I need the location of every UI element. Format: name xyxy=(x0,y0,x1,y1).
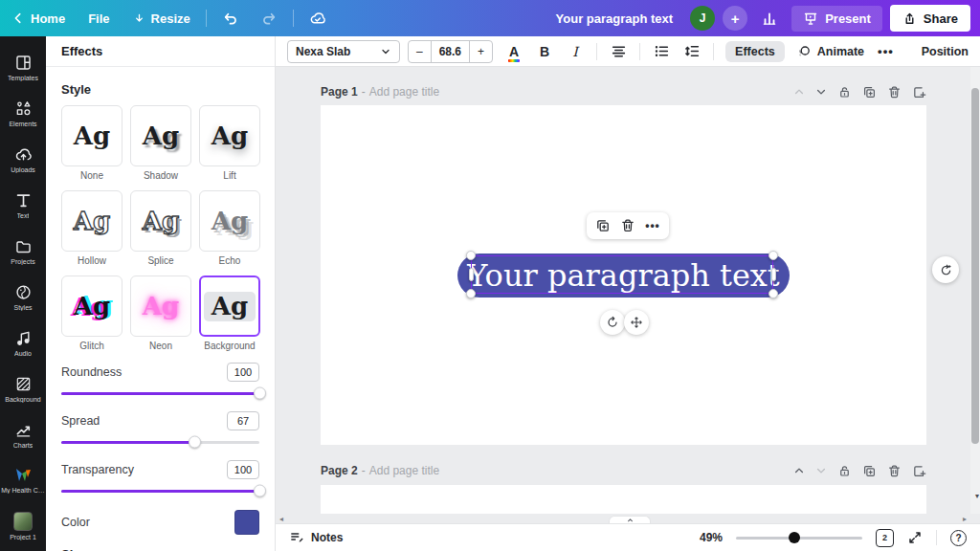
avatar[interactable]: J xyxy=(690,6,715,31)
page-1-name[interactable]: Page 1 xyxy=(321,85,358,99)
text-color-button[interactable]: A xyxy=(504,40,523,63)
style-neon[interactable]: Ag Neon xyxy=(130,276,191,351)
style-none[interactable]: Ag None xyxy=(61,105,122,181)
insights-button[interactable] xyxy=(755,0,784,36)
move-page-down-icon[interactable] xyxy=(815,465,827,476)
italic-button[interactable]: I xyxy=(566,40,585,63)
delete-page-icon[interactable] xyxy=(887,464,902,478)
sidebar-item-templates[interactable]: Templates xyxy=(0,45,46,89)
sidebar-item-elements[interactable]: Elements xyxy=(0,91,46,135)
delete-page-icon[interactable] xyxy=(887,85,902,99)
spacing-button[interactable] xyxy=(682,40,702,63)
sidebar-item-projects[interactable]: Projects xyxy=(0,229,46,273)
page-2-header: Page 2 - Add page title xyxy=(321,463,926,478)
help-button[interactable]: ? xyxy=(950,530,967,546)
element-more-button[interactable]: ••• xyxy=(642,215,663,236)
scroll-right-arrow[interactable]: ▸ xyxy=(963,515,967,523)
sidebar-item-project-1[interactable]: Project 1 xyxy=(0,504,46,548)
redo-button[interactable] xyxy=(250,0,289,36)
sidebar-item-background[interactable]: Background xyxy=(0,366,46,410)
page-1-canvas[interactable]: Your paragraph text ••• xyxy=(321,105,926,445)
move-page-up-icon[interactable] xyxy=(793,465,805,476)
scroll-down-arrow[interactable]: ▾ xyxy=(975,492,979,500)
color-swatch[interactable] xyxy=(234,510,259,535)
notes-button[interactable]: Notes xyxy=(289,530,343,545)
add-page-icon[interactable] xyxy=(912,85,926,99)
roundness-slider[interactable] xyxy=(61,386,259,400)
font-selector[interactable]: Nexa Slab xyxy=(287,40,400,63)
font-size-increase[interactable]: + xyxy=(470,41,492,62)
roundness-value[interactable]: 100 xyxy=(227,363,259,382)
list-button[interactable] xyxy=(652,40,671,63)
grid-view-button[interactable]: 2 xyxy=(876,529,894,547)
page-2-name[interactable]: Page 2 xyxy=(321,464,358,477)
back-button[interactable]: Home xyxy=(0,0,77,36)
resize-handle-west[interactable] xyxy=(469,268,474,281)
undo-button[interactable] xyxy=(211,0,250,36)
style-lift[interactable]: Ag Lift xyxy=(199,105,260,181)
position-button[interactable]: Position xyxy=(922,45,969,58)
font-size-decrease[interactable]: – xyxy=(409,41,431,62)
resize-handle-nw[interactable] xyxy=(466,251,476,260)
zoom-slider[interactable] xyxy=(736,532,862,543)
delete-element-button[interactable] xyxy=(617,215,638,236)
collapse-bottom-panel-tab[interactable] xyxy=(609,516,651,523)
page-2-title-placeholder[interactable]: Add page title xyxy=(369,464,439,477)
move-handle[interactable] xyxy=(624,310,649,335)
style-shadow[interactable]: Ag Shadow xyxy=(130,105,191,181)
zoom-slider-thumb[interactable] xyxy=(789,532,800,543)
duplicate-element-button[interactable] xyxy=(592,215,613,236)
document-title[interactable]: Your paragraph text xyxy=(556,11,674,26)
recommended-pages-button[interactable] xyxy=(932,256,959,283)
style-echo[interactable]: Ag Echo xyxy=(199,190,260,266)
add-member-button[interactable]: + xyxy=(723,6,747,31)
move-page-down-icon[interactable] xyxy=(815,86,827,98)
style-hollow[interactable]: Ag Hollow xyxy=(61,190,122,266)
transparency-value[interactable]: 100 xyxy=(227,460,259,479)
zoom-level[interactable]: 49% xyxy=(700,531,723,544)
more-options-button[interactable]: ••• xyxy=(878,44,894,58)
font-size-value[interactable]: 68.6 xyxy=(431,41,470,62)
transparency-slider[interactable] xyxy=(61,484,259,497)
vertical-scrollbar[interactable]: ▾ xyxy=(970,67,980,514)
style-background[interactable]: Ag Background xyxy=(199,276,260,351)
page-1-title-placeholder[interactable]: Add page title xyxy=(369,85,439,99)
share-button[interactable]: Share xyxy=(890,5,970,32)
lock-page-icon[interactable] xyxy=(837,85,852,99)
alignment-button[interactable] xyxy=(609,40,628,63)
file-menu[interactable]: File xyxy=(77,0,121,36)
sidebar-item-my-health-app[interactable]: My Health C… xyxy=(0,458,46,502)
sidebar-item-audio[interactable]: Audio xyxy=(0,320,46,364)
resize-handle-east[interactable] xyxy=(771,268,776,281)
duplicate-page-icon[interactable] xyxy=(862,464,877,478)
scroll-left-arrow[interactable]: ◂ xyxy=(279,515,283,523)
duplicate-page-icon[interactable] xyxy=(862,85,877,99)
resize-handle-ne[interactable] xyxy=(768,251,778,260)
slider-thumb[interactable] xyxy=(254,387,266,400)
resize-menu[interactable]: Resize xyxy=(122,0,202,36)
add-page-icon[interactable] xyxy=(912,464,926,478)
scrollbar-thumb[interactable] xyxy=(971,88,979,444)
resize-handle-se[interactable] xyxy=(768,289,778,298)
page-2-canvas[interactable] xyxy=(321,485,926,514)
move-page-up-icon[interactable] xyxy=(793,86,805,98)
slider-thumb[interactable] xyxy=(189,436,201,449)
sidebar-item-charts[interactable]: Charts xyxy=(0,412,46,456)
fullscreen-icon[interactable] xyxy=(907,530,923,545)
resize-handle-sw[interactable] xyxy=(466,289,476,298)
bold-button[interactable]: B xyxy=(535,40,554,63)
rotate-handle[interactable] xyxy=(600,310,625,335)
save-status-button[interactable] xyxy=(298,0,338,36)
style-glitch[interactable]: Ag Glitch xyxy=(61,276,122,351)
sidebar-item-uploads[interactable]: Uploads xyxy=(0,137,46,181)
spread-slider[interactable] xyxy=(61,435,259,449)
lock-page-icon[interactable] xyxy=(837,464,852,478)
style-splice[interactable]: Ag Splice xyxy=(130,190,191,266)
effects-button-active[interactable]: Effects xyxy=(725,41,785,62)
animate-button[interactable]: Animate xyxy=(796,44,864,59)
present-button[interactable]: Present xyxy=(791,6,882,32)
sidebar-item-text[interactable]: Text xyxy=(0,183,46,227)
slider-thumb[interactable] xyxy=(254,485,266,497)
spread-value[interactable]: 67 xyxy=(227,411,259,430)
sidebar-item-styles[interactable]: Styles xyxy=(0,275,46,319)
